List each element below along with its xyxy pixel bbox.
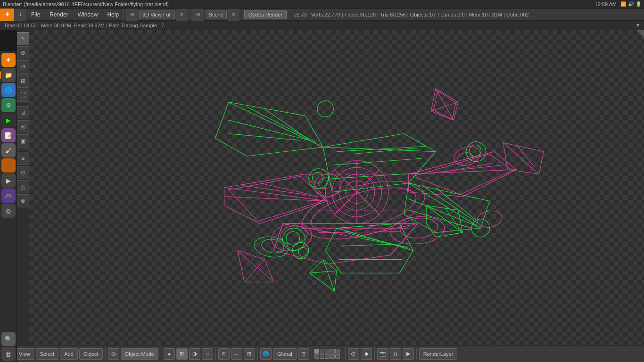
layer-dot-6[interactable]	[314, 354, 319, 359]
launcher-files[interactable]: 📁	[1, 68, 16, 82]
pause-icon[interactable]: ⏸	[390, 348, 401, 360]
material-shading-btn[interactable]: ◑	[189, 348, 200, 360]
launcher-trashcan[interactable]: 🗑	[1, 347, 16, 361]
svg-line-55	[229, 133, 301, 140]
layer-dot-2[interactable]	[320, 349, 324, 354]
separator-8	[416, 348, 417, 360]
viewport-3d[interactable]	[29, 30, 644, 345]
svg-marker-14	[433, 91, 456, 119]
solid-shading-btn[interactable]: ●	[164, 348, 175, 360]
tool-translate[interactable]: ⊕	[17, 46, 29, 59]
svg-marker-71	[325, 223, 413, 273]
view-close-icon[interactable]: ✕	[176, 8, 188, 21]
layer-dot-4[interactable]	[330, 349, 335, 354]
tool-scale[interactable]: ⊞	[17, 74, 29, 88]
render-icon[interactable]: ▶	[403, 348, 414, 360]
scene-label[interactable]: Scene	[206, 10, 227, 19]
tool-smooth[interactable]: ◎	[17, 120, 29, 133]
network-icon[interactable]: 📶	[620, 1, 626, 7]
layer-dot-8[interactable]	[325, 354, 330, 359]
info-icon[interactable]: ℹ	[14, 8, 26, 21]
svg-marker-56	[323, 133, 436, 192]
launcher-settings[interactable]: ⚙	[1, 98, 16, 112]
tool-select[interactable]: ↖	[17, 32, 29, 45]
blender-stats: v2.73 | Verts:22,770 | Faces:30,128 | Tr…	[294, 12, 529, 17]
layer-dot-1[interactable]	[314, 349, 319, 354]
svg-line-53	[264, 109, 309, 140]
rendered-shading-btn[interactable]: ○	[202, 348, 213, 360]
battery-icon[interactable]: 🔋	[636, 1, 641, 7]
select-btn[interactable]: Select	[36, 348, 59, 360]
svg-marker-62	[404, 183, 489, 232]
tool-flatten[interactable]: ▣	[17, 134, 29, 148]
svg-line-57	[323, 147, 436, 152]
status-bar: Time:00:04.52 | Mem:38.92M, Peak:38.92M …	[0, 21, 644, 30]
global-btn[interactable]: Global	[273, 348, 297, 360]
separator-5	[312, 348, 312, 360]
pivot-btn[interactable]: ⊙	[218, 348, 230, 360]
svg-point-30	[389, 214, 446, 246]
launcher-3d[interactable]: ◎	[1, 204, 16, 218]
svg-point-18	[318, 177, 333, 190]
tool-measure[interactable]: ≡	[17, 152, 29, 165]
launcher-game[interactable]: 🎮	[1, 189, 16, 203]
view-btn[interactable]: View	[15, 348, 34, 360]
tool-rotate[interactable]: ↺	[17, 60, 29, 74]
separator-7	[374, 348, 375, 360]
view-label[interactable]: 3D View Full	[139, 10, 175, 19]
layer-dots	[314, 349, 343, 359]
layer-dot-9[interactable]	[330, 354, 335, 359]
snap-icon[interactable]: ⊡	[298, 348, 309, 360]
view-toggle-icon[interactable]: ⊞	[126, 8, 138, 21]
tool-transform[interactable]: ⛶	[17, 89, 29, 102]
scene-icon[interactable]: ⊞	[192, 8, 205, 21]
svg-point-77	[282, 228, 305, 251]
timeline-icon[interactable]: ⏱	[348, 348, 359, 360]
menu-help[interactable]: Help	[102, 8, 124, 21]
menu-render[interactable]: Render	[45, 8, 73, 21]
camera-icon[interactable]: 📷	[377, 348, 388, 360]
render-engine-btn[interactable]: Cycles Render	[244, 10, 287, 19]
layers-btn[interactable]: ⊞	[244, 348, 255, 360]
mode-icon[interactable]: ◎	[108, 348, 119, 360]
menu-file[interactable]: File	[26, 8, 45, 21]
tool-origin[interactable]: ⊙	[17, 166, 29, 179]
svg-point-81	[309, 169, 329, 189]
blender-logo: ✦	[0, 8, 14, 21]
wire-shading-btn[interactable]: ⊞	[176, 348, 188, 360]
app-launcher: ✦ 📁 🌐 ⚙ ▶ 📝 🖌 🎵 ▶ 🎮 ◎ 🔍 🗑	[0, 51, 17, 362]
launcher-gimp[interactable]: 🖌	[1, 143, 16, 157]
separator-4	[257, 348, 258, 360]
svg-line-88	[310, 271, 337, 273]
tool-delete[interactable]: ⊗	[17, 194, 29, 207]
launcher-video[interactable]: ▶	[1, 173, 16, 188]
svg-point-83	[317, 101, 333, 117]
launcher-search[interactable]: 🔍	[1, 332, 16, 346]
launcher-browser[interactable]: 🌐	[1, 83, 16, 97]
renderlayer-btn[interactable]: RenderLayer	[419, 348, 458, 360]
scene-close-icon[interactable]: ✕	[228, 8, 240, 21]
launcher-music[interactable]: 🎵	[1, 158, 16, 173]
mode-btn[interactable]: Object Mode	[121, 348, 158, 360]
object-btn[interactable]: Object	[79, 348, 103, 360]
keyframe-icon[interactable]: ◆	[361, 348, 372, 360]
layer-dot-7[interactable]	[320, 354, 324, 359]
tool-edit[interactable]: ⊿	[17, 106, 29, 119]
svg-line-10	[409, 170, 517, 174]
manipulator-btn[interactable]: ↔	[231, 348, 242, 360]
layer-dot-3[interactable]	[325, 349, 330, 354]
layer-dot-10[interactable]	[335, 354, 340, 359]
tool-link[interactable]: △	[17, 180, 29, 193]
expand-icon[interactable]: ▼	[636, 23, 640, 28]
launcher-terminal[interactable]: ▶	[1, 113, 16, 127]
launcher-blender[interactable]: ✦	[1, 53, 16, 67]
svg-line-72	[337, 228, 413, 251]
status-text: Time:00:04.52 | Mem:38.92M, Peak:38.92M …	[4, 23, 164, 28]
layer-dot-5[interactable]	[335, 349, 340, 354]
volume-icon[interactable]: 🔊	[628, 1, 634, 7]
menu-window[interactable]: Window	[73, 8, 103, 21]
add-btn[interactable]: Add	[60, 348, 78, 360]
global-icon[interactable]: 🌐	[260, 348, 272, 360]
svg-line-60	[332, 158, 422, 165]
launcher-text[interactable]: 📝	[1, 128, 16, 142]
